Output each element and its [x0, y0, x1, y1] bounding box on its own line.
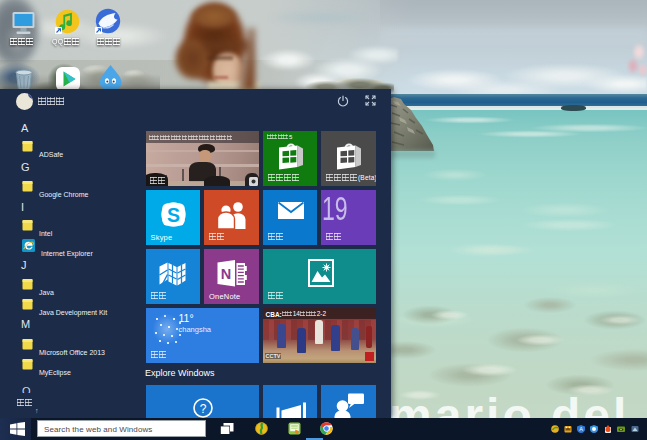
svg-text:S: S — [166, 204, 179, 226]
svg-text:A: A — [579, 426, 583, 432]
svg-text:N: N — [221, 266, 231, 282]
svg-text:?: ? — [199, 402, 206, 416]
